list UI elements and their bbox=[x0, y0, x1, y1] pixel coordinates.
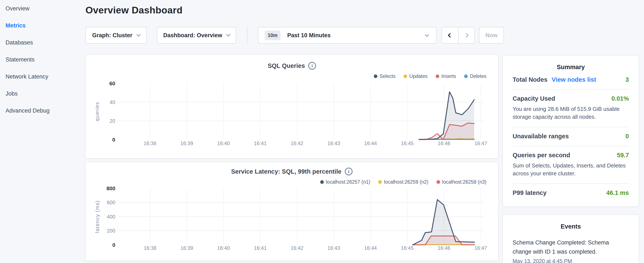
chart-legend: localhost:26257 (n1)localhost:26259 (n2)… bbox=[320, 179, 486, 185]
stat-description: Sum of Selects, Updates, Inserts, and De… bbox=[512, 162, 629, 177]
svg-text:60: 60 bbox=[109, 81, 115, 86]
legend-dot-icon bbox=[436, 75, 439, 78]
stat-label: Total Nodes bbox=[512, 76, 548, 83]
legend-dot-icon bbox=[404, 75, 407, 78]
dashboard-dropdown[interactable]: Dashboard: Overview bbox=[157, 27, 236, 44]
svg-text:16:40: 16:40 bbox=[217, 245, 230, 251]
stat-label: P99 latency bbox=[512, 189, 546, 196]
toolbar-divider bbox=[247, 27, 248, 44]
svg-text:200: 200 bbox=[107, 228, 115, 234]
stat-label: Unavailable ranges bbox=[512, 133, 569, 140]
info-icon[interactable]: i bbox=[308, 62, 316, 70]
svg-text:16:39: 16:39 bbox=[180, 140, 193, 146]
stat-unavailable-ranges: Unavailable ranges 0 bbox=[512, 127, 629, 146]
events-title: Events bbox=[512, 223, 629, 230]
stat-capacity-used: Capacity Used 0.01% You are using 28.6 M… bbox=[512, 90, 629, 127]
legend-dot-icon bbox=[374, 75, 378, 78]
page-title: Overview Dashboard bbox=[86, 5, 183, 16]
prev-range-button[interactable] bbox=[442, 28, 458, 43]
summary-panel: Summary Total Nodes View nodes list 3 Ca… bbox=[502, 55, 639, 207]
event-text: Schema Change Completed: Schema change w… bbox=[512, 238, 612, 256]
legend-item: Inserts bbox=[436, 73, 456, 79]
stat-queries-per-second: Queries per second 59.7 Sum of Selects, … bbox=[512, 146, 629, 184]
stat-p99-latency: P99 latency 46.1 ms bbox=[512, 184, 629, 202]
time-nav-group bbox=[442, 27, 475, 44]
sidebar-item-overview[interactable]: Overview bbox=[0, 0, 85, 17]
legend-dot-icon bbox=[320, 180, 324, 184]
svg-text:0: 0 bbox=[112, 137, 115, 143]
time-range-badge: 10m bbox=[265, 31, 280, 40]
svg-text:queries: queries bbox=[94, 102, 100, 121]
event-list-item[interactable]: Schema Change Completed: Schema change w… bbox=[512, 238, 629, 263]
svg-text:16:39: 16:39 bbox=[180, 245, 193, 251]
stat-value: 3 bbox=[626, 76, 629, 83]
svg-text:16:43: 16:43 bbox=[328, 140, 340, 146]
svg-text:latency (ms): latency (ms) bbox=[94, 200, 100, 233]
svg-text:16:42: 16:42 bbox=[291, 245, 304, 251]
chart-title-row: SQL Queries i bbox=[86, 62, 498, 70]
event-timestamp: May 13, 2020 at 4:45 PM bbox=[512, 258, 629, 263]
stat-total-nodes: Total Nodes View nodes list 3 bbox=[512, 71, 629, 90]
sidebar-item-network-latency[interactable]: Network Latency bbox=[0, 68, 85, 85]
svg-text:16:43: 16:43 bbox=[328, 245, 340, 251]
svg-text:600: 600 bbox=[107, 200, 115, 205]
summary-title: Summary bbox=[512, 64, 629, 71]
svg-text:16:40: 16:40 bbox=[217, 140, 230, 146]
svg-text:16:38: 16:38 bbox=[144, 140, 156, 146]
chevron-down-icon bbox=[136, 32, 141, 37]
sidebar-item-advanced-debug[interactable]: Advanced Debug bbox=[0, 102, 85, 119]
legend-item: Deletes bbox=[464, 73, 486, 79]
svg-text:0: 0 bbox=[112, 242, 115, 248]
sidebar: Overview Metrics Databases Statements Ne… bbox=[0, 0, 85, 263]
legend-item: localhost:26258 (n3) bbox=[436, 179, 486, 185]
svg-text:16:44: 16:44 bbox=[364, 245, 377, 251]
view-nodes-list-link[interactable]: View nodes list bbox=[552, 76, 596, 83]
chart-title-row: Service Latency: SQL, 99th percentile i bbox=[86, 168, 498, 175]
service-latency-card: 16:3816:3916:4016:4116:4216:4316:4416:45… bbox=[85, 162, 498, 261]
chevron-left-icon bbox=[448, 33, 453, 38]
svg-text:16:46: 16:46 bbox=[438, 140, 450, 146]
legend-item: Updates bbox=[404, 73, 428, 79]
svg-text:16:41: 16:41 bbox=[254, 140, 266, 146]
events-panel: Events Schema Change Completed: Schema c… bbox=[502, 214, 639, 263]
time-range-dropdown[interactable]: 10m Past 10 Minutes bbox=[258, 27, 436, 44]
chevron-down-icon bbox=[226, 32, 230, 37]
svg-text:16:45: 16:45 bbox=[401, 245, 414, 251]
stat-value: 0.01% bbox=[612, 95, 629, 102]
legend-item: Selects bbox=[374, 73, 396, 79]
legend-item: localhost:26257 (n1) bbox=[320, 179, 370, 185]
legend-dot-icon bbox=[464, 75, 468, 78]
svg-text:20: 20 bbox=[110, 118, 115, 124]
sql-queries-chart[interactable]: 16:3816:3916:4016:4116:4216:4316:4416:45… bbox=[86, 55, 498, 158]
svg-text:16:46: 16:46 bbox=[438, 245, 450, 251]
legend-item: localhost:26259 (n2) bbox=[378, 179, 428, 185]
chart-title: SQL Queries bbox=[268, 62, 305, 69]
stat-label: Capacity Used bbox=[512, 95, 555, 102]
svg-text:16:45: 16:45 bbox=[401, 140, 414, 146]
time-range-label: Past 10 Minutes bbox=[287, 32, 330, 39]
sidebar-item-statements[interactable]: Statements bbox=[0, 51, 85, 68]
graph-scope-dropdown[interactable]: Graph: Cluster bbox=[86, 27, 147, 44]
next-range-button[interactable] bbox=[458, 28, 474, 43]
stat-value: 46.1 ms bbox=[606, 189, 629, 196]
sidebar-item-jobs[interactable]: Jobs bbox=[0, 85, 85, 102]
stat-value: 0 bbox=[626, 133, 629, 140]
sidebar-item-metrics[interactable]: Metrics bbox=[0, 17, 85, 34]
legend-dot-icon bbox=[378, 180, 382, 184]
svg-text:16:38: 16:38 bbox=[144, 245, 156, 251]
chart-title: Service Latency: SQL, 99th percentile bbox=[231, 168, 342, 175]
stat-value: 59.7 bbox=[617, 152, 629, 159]
svg-text:800: 800 bbox=[106, 185, 115, 191]
graph-scope-label: Graph: Cluster bbox=[92, 32, 132, 39]
stat-label: Queries per second bbox=[512, 152, 570, 159]
svg-text:16:42: 16:42 bbox=[291, 140, 304, 146]
stat-description: You are using 28.6 MiB of 515.9 GiB usab… bbox=[512, 105, 629, 121]
svg-text:16:47: 16:47 bbox=[474, 245, 487, 251]
svg-text:40: 40 bbox=[110, 99, 115, 105]
service-latency-chart[interactable]: 16:3816:3916:4016:4116:4216:4316:4416:45… bbox=[86, 162, 498, 261]
now-button[interactable]: Now bbox=[479, 27, 504, 44]
info-icon[interactable]: i bbox=[345, 168, 352, 175]
chevron-right-icon bbox=[464, 33, 469, 38]
dashboard-label: Dashboard: Overview bbox=[163, 32, 222, 39]
sidebar-item-databases[interactable]: Databases bbox=[0, 34, 85, 51]
